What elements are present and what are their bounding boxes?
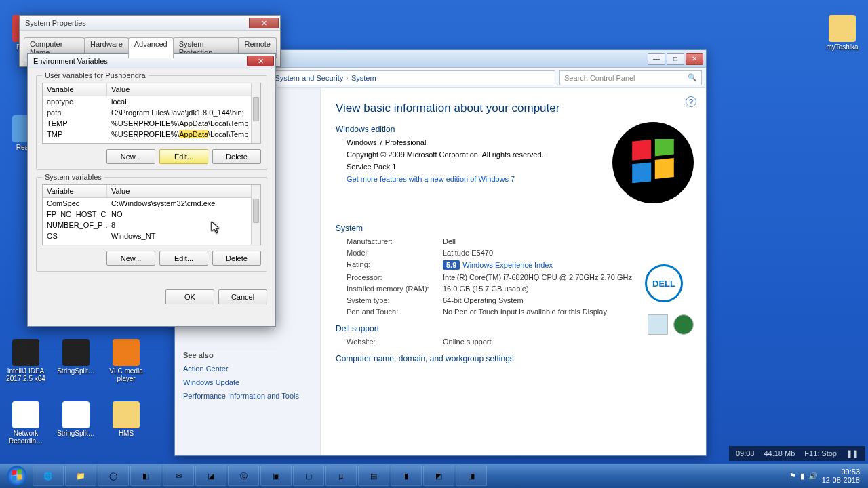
start-button[interactable] xyxy=(3,466,31,486)
taskbar-chrome-icon[interactable]: ◯ xyxy=(98,466,129,486)
taskbar-app[interactable]: ◪ xyxy=(195,466,226,486)
ok-button[interactable]: OK xyxy=(165,289,214,304)
windows-logo-icon xyxy=(612,122,694,203)
list-item: TMP%USERPROFILE%\AppData\Local\Temp xyxy=(43,129,260,140)
list-item: FP_NO_HOST_C…NO xyxy=(43,209,260,220)
page-title: View basic information about your comput… xyxy=(336,102,691,115)
svg-rect-0 xyxy=(632,140,651,161)
taskbar-utorrent-icon[interactable]: µ xyxy=(326,466,357,486)
tray-network-icon[interactable]: ▮ xyxy=(800,472,804,481)
svg-rect-8 xyxy=(18,474,22,479)
svg-rect-1 xyxy=(655,139,674,156)
pause-icon[interactable]: ❚❚ xyxy=(846,449,859,458)
dell-logo-icon: DELL xyxy=(645,264,683,302)
svg-rect-2 xyxy=(632,162,651,183)
list-item: NUMBER_OF_P…8 xyxy=(43,220,260,230)
list-item: OSWindows_NT xyxy=(43,230,260,241)
taskbar-app[interactable]: ◨ xyxy=(456,466,487,486)
tab-advanced[interactable]: Advanced xyxy=(128,37,174,58)
user-variables-list[interactable]: VariableValue apptypelocal pathC:\Progra… xyxy=(42,83,261,144)
taskbar-app[interactable]: ◩ xyxy=(423,466,454,486)
system-variables-group: System variables VariableValue ComSpecC:… xyxy=(36,177,267,272)
search-input[interactable]: Search Control Panel 🔍 xyxy=(559,70,702,85)
svg-rect-3 xyxy=(655,158,674,179)
taskbar-cmd-icon[interactable]: ▮ xyxy=(391,466,422,486)
close-button[interactable]: ✕ xyxy=(249,18,279,28)
list-item: TEMP%USERPROFILE%\AppData\Local\Temp xyxy=(43,118,260,129)
desktop-icon[interactable]: StringSplit… xyxy=(54,401,98,437)
taskbar-explorer-icon[interactable]: 📁 xyxy=(65,466,96,486)
rec-time: 09:08 xyxy=(736,449,755,458)
environment-variables-dialog: Environment Variables ✕ User variables f… xyxy=(27,53,276,327)
system-main: ? View basic information about your comp… xyxy=(321,88,706,455)
delete-button[interactable]: Delete xyxy=(212,251,261,266)
online-support-link[interactable]: Online support xyxy=(443,338,492,346)
search-icon: 🔍 xyxy=(688,73,697,82)
minimize-button[interactable]: — xyxy=(648,53,665,65)
scrollbar[interactable] xyxy=(251,185,260,245)
desktop-icon[interactable]: StringSplit… xyxy=(54,339,98,375)
delete-button[interactable]: Delete xyxy=(212,149,261,164)
rec-stop[interactable]: F11: Stop xyxy=(804,449,837,458)
close-button[interactable]: ✕ xyxy=(247,56,274,66)
taskbar-ie-icon[interactable]: 🌐 xyxy=(33,466,64,486)
desktop-icon[interactable]: HMS xyxy=(104,401,148,437)
edit-button[interactable]: Edit... xyxy=(159,149,208,164)
list-item: apptypelocal xyxy=(43,96,260,107)
list-item: pathC:\Program Files\Java\jdk1.8.0_144\b… xyxy=(43,107,260,118)
dialog-title: System Properties xyxy=(25,19,86,27)
taskbar-app[interactable]: ◧ xyxy=(130,466,161,486)
system-tray[interactable]: ⚑ ▮ 🔊 09:53 12-08-2018 xyxy=(789,468,865,484)
sidebar-link-perf-info[interactable]: Performance Information and Tools xyxy=(183,392,312,400)
help-icon[interactable]: ? xyxy=(686,96,696,107)
system-variables-list[interactable]: VariableValue ComSpecC:\Windows\system32… xyxy=(42,184,261,245)
energy-badges xyxy=(648,314,694,335)
taskbar-app[interactable]: ▢ xyxy=(293,466,324,486)
new-button[interactable]: New... xyxy=(106,149,155,164)
taskbar-app[interactable]: ▣ xyxy=(260,466,292,486)
dialog-title: Environment Variables xyxy=(33,57,108,65)
tray-flag-icon[interactable]: ⚑ xyxy=(789,472,796,481)
desktop-icon-vlc[interactable]: VLC media player xyxy=(104,339,148,382)
cancel-button[interactable]: Cancel xyxy=(218,289,267,304)
desktop-icon-mytoshika[interactable]: myToshika xyxy=(821,15,864,51)
experience-index-link[interactable]: Windows Experience Index xyxy=(462,261,553,269)
maximize-button[interactable]: □ xyxy=(667,53,684,65)
desktop-icon-intellij[interactable]: IntelliJ IDEA 2017.2.5 x64 xyxy=(4,339,47,382)
see-also-header: See also xyxy=(183,351,312,359)
scrollbar[interactable] xyxy=(251,83,260,143)
list-item: ComSpecC:\Windows\system32\cmd.exe xyxy=(43,198,260,209)
desktop-icon[interactable]: Network Recordin… xyxy=(4,401,47,445)
user-variables-group: User variables for Pushpendra VariableVa… xyxy=(36,75,267,170)
recorder-bar: 09:08 44.18 Mb F11: Stop ❚❚ xyxy=(729,446,865,461)
svg-rect-6 xyxy=(18,469,22,474)
sidebar-link-windows-update[interactable]: Windows Update xyxy=(183,378,312,386)
taskbar: 🌐 📁 ◯ ◧ ✉ ◪ Ⓢ ▣ ▢ µ ▤ ▮ ◩ ◨ ⚑ ▮ 🔊 09:53 … xyxy=(0,464,868,488)
taskbar-app[interactable]: ▤ xyxy=(358,466,389,486)
tray-volume-icon[interactable]: 🔊 xyxy=(808,472,818,481)
svg-point-4 xyxy=(7,466,27,486)
taskbar-outlook-icon[interactable]: ✉ xyxy=(163,466,194,486)
taskbar-skype-icon[interactable]: Ⓢ xyxy=(228,466,259,486)
close-button[interactable]: ✕ xyxy=(686,53,703,65)
new-button[interactable]: New... xyxy=(106,251,155,266)
rec-size: 44.18 Mb xyxy=(764,449,795,458)
clock[interactable]: 09:53 12-08-2018 xyxy=(822,468,860,484)
edit-button[interactable]: Edit... xyxy=(159,251,208,266)
sidebar-link-action-center[interactable]: Action Center xyxy=(183,365,312,373)
svg-rect-5 xyxy=(12,470,17,475)
svg-rect-7 xyxy=(12,476,17,481)
